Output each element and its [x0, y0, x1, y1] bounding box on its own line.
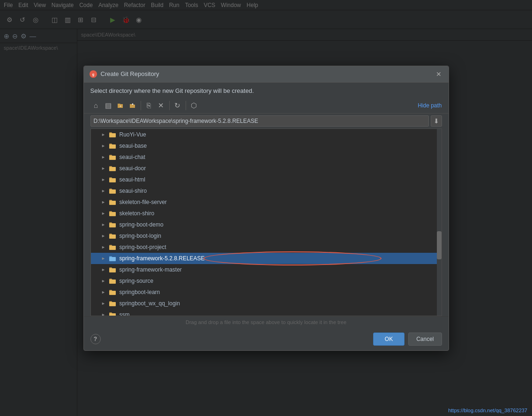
tree-arrow-icon: ► [100, 266, 107, 273]
dialog-title-bar: g Create Git Repository ✕ [84, 66, 449, 83]
tree-arrow-icon: ► [100, 233, 107, 239]
file-tree[interactable]: ► RuoYi-Vue► seaui-base► seaui-chat► sea… [90, 129, 442, 316]
folder-icon [109, 142, 116, 150]
url-bar: https://blog.csdn.net/qq_38762237 [448, 408, 527, 413]
tree-item[interactable]: ► seaui-chat [91, 151, 442, 163]
dialog-tool-copy[interactable]: ⎘ [143, 100, 155, 111]
tree-item[interactable]: ► ssm [91, 309, 442, 316]
scrollbar-track[interactable] [437, 129, 442, 316]
folder-icon [109, 300, 116, 307]
tree-item[interactable]: ► spring-framework-5.2.8.RELEASE [91, 253, 442, 264]
tree-item[interactable]: ► spring-framework-master [91, 264, 442, 275]
folder-icon [109, 198, 116, 206]
tree-arrow-icon: ► [100, 289, 107, 295]
dialog-close-button[interactable]: ✕ [435, 70, 443, 78]
dialog-tool-delete[interactable]: ✕ [156, 100, 167, 111]
tree-item-label: spring-boot-demo [120, 221, 164, 228]
tree-arrow-icon: ► [100, 311, 107, 316]
tree-item[interactable]: ► spring-boot-project [91, 242, 442, 253]
tree-arrow-icon: ► [100, 300, 107, 307]
tree-item[interactable]: ► springboot_wx_qq_login [91, 298, 442, 309]
tree-item[interactable]: ► seaui-door [91, 163, 442, 174]
toolbar-sep-3 [186, 101, 186, 110]
dialog-tool-list[interactable]: ▤ [103, 100, 114, 111]
tree-item[interactable]: ► RuoYi-Vue [91, 129, 442, 140]
dialog-desc-bold: created. [232, 87, 254, 94]
folder-icon [109, 176, 116, 183]
dialog-tool-folder-up[interactable] [127, 100, 138, 111]
toolbar-sep-1 [141, 101, 141, 110]
tree-item-label: spring-framework-5.2.8.RELEASE [120, 255, 205, 262]
tree-arrow-icon: ► [100, 199, 107, 205]
ok-button[interactable]: OK [373, 333, 405, 346]
dialog-tool-refresh[interactable]: ↻ [172, 100, 183, 111]
tree-item[interactable]: ► seaui-base [91, 140, 442, 151]
tree-item[interactable]: ► skeleton-file-server [91, 197, 442, 208]
folder-icon [109, 266, 116, 273]
dialog-description: Select directory where the new Git repos… [84, 83, 449, 98]
tree-item[interactable]: ► spring-source [91, 275, 442, 287]
tree-item-label: spring-boot-login [120, 233, 161, 239]
dialog-tool-folder-new[interactable]: + [115, 100, 126, 111]
tree-item[interactable]: ► skeleton-shiro [91, 208, 442, 219]
path-input[interactable] [90, 115, 429, 127]
svg-text:g: g [92, 73, 94, 76]
cancel-button[interactable]: Cancel [408, 333, 442, 346]
tree-arrow-icon: ► [100, 154, 107, 160]
tree-arrow-icon: ► [100, 278, 107, 284]
folder-icon [109, 153, 116, 161]
tree-arrow-icon: ► [100, 131, 107, 138]
svg-text:+: + [119, 104, 121, 108]
scrollbar-thumb[interactable] [437, 231, 442, 259]
path-download-button[interactable]: ⬇ [431, 115, 442, 127]
dialog-overlay: g Create Git Repository ✕ Select directo… [0, 0, 532, 416]
git-icon: g [90, 70, 97, 78]
tree-arrow-icon: ► [100, 188, 107, 194]
help-button[interactable]: ? [90, 334, 101, 344]
dialog-title-left: g Create Git Repository [90, 70, 159, 78]
folder-icon [109, 311, 116, 316]
tree-arrow-icon: ► [100, 210, 107, 217]
tree-arrow-icon: ► [100, 176, 107, 183]
dialog-toolbar: ⌂ ▤ + ⎘ ✕ ↻ ⬡ Hide path [84, 98, 449, 113]
path-row: ⬇ [84, 113, 449, 129]
folder-icon [109, 131, 116, 138]
tree-item[interactable]: ► seaui-shiro [91, 185, 442, 197]
folder-icon [109, 232, 116, 240]
tree-item[interactable]: ► springboot-learn [91, 287, 442, 298]
hide-path-button[interactable]: Hide path [418, 102, 442, 109]
tree-item-label: spring-source [120, 278, 154, 284]
tree-item-label: seaui-door [120, 165, 146, 172]
tree-item[interactable]: ► spring-boot-demo [91, 219, 442, 230]
folder-icon [109, 210, 116, 217]
tree-item-label: springboot_wx_qq_login [120, 300, 180, 307]
tree-item-label: springboot-learn [120, 289, 160, 295]
tree-item[interactable]: ► spring-boot-login [91, 230, 442, 242]
tree-arrow-icon: ► [100, 255, 107, 262]
tree-item-label: spring-boot-project [120, 244, 166, 250]
tree-item-label: seaui-base [120, 143, 147, 149]
tree-item-label: seaui-html [120, 176, 145, 183]
folder-icon [109, 255, 116, 262]
tree-item-label: spring-framework-master [120, 266, 182, 273]
folder-icon [109, 277, 116, 285]
folder-icon [109, 187, 116, 195]
drag-hint: Drag and drop a file into the space abov… [84, 316, 449, 328]
folder-icon [109, 221, 116, 228]
folder-icon [109, 288, 116, 296]
dialog-tool-home[interactable]: ⌂ [90, 100, 102, 111]
folder-icon [109, 243, 116, 251]
dialog-title: Create Git Repository [101, 70, 159, 77]
tree-item-label: skeleton-file-server [120, 199, 167, 205]
dialog-footer: ? OK Cancel [84, 328, 449, 350]
dialog-tool-link[interactable]: ⬡ [188, 100, 200, 111]
tree-item-label: ssm [120, 311, 130, 316]
dialog-desc-text: Select directory where the new Git repos… [90, 87, 232, 94]
tree-arrow-icon: ► [100, 221, 107, 228]
tree-item-label: seaui-chat [120, 154, 145, 160]
tree-item[interactable]: ► seaui-html [91, 174, 442, 185]
create-git-repository-dialog: g Create Git Repository ✕ Select directo… [83, 66, 449, 351]
tree-item-label: seaui-shiro [120, 188, 147, 194]
tree-item-label: skeleton-shiro [120, 210, 155, 217]
tree-arrow-icon: ► [100, 244, 107, 250]
